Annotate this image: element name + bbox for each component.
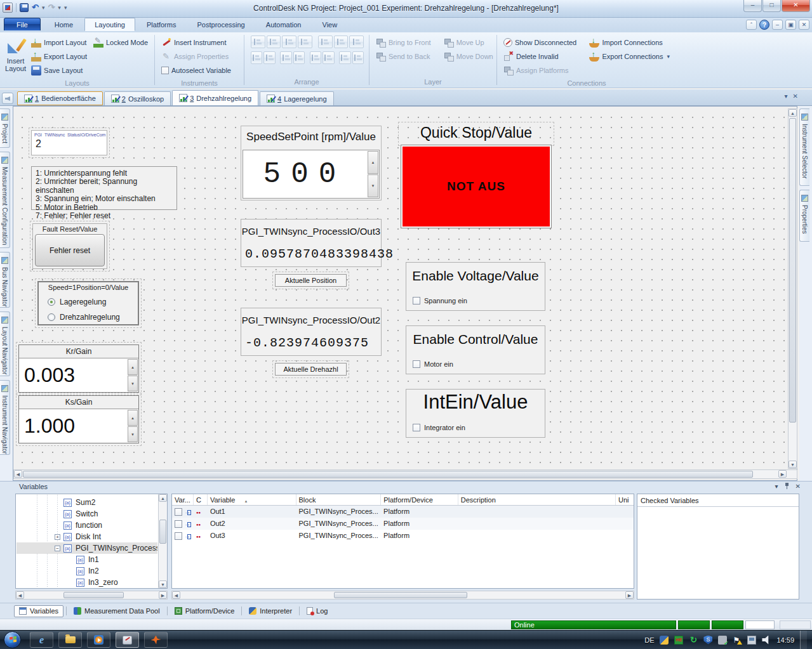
row-checkbox-icon[interactable] <box>175 520 182 528</box>
tab-list-dropdown-icon[interactable]: ▾ <box>785 93 788 100</box>
kr-gain-value[interactable]: 0.003 <box>19 358 127 392</box>
scroll-right-icon[interactable]: ▶ <box>625 591 634 599</box>
column-header-description[interactable]: Description <box>458 494 616 505</box>
undo-icon[interactable] <box>32 3 39 13</box>
scroll-left-icon[interactable]: ◀ <box>172 591 180 599</box>
he-tray-icon[interactable] <box>674 636 683 645</box>
row-checkbox-icon[interactable] <box>175 532 182 540</box>
canvas-hscrollbar[interactable]: ◀ ▶ <box>13 469 797 479</box>
assign-properties-button[interactable]: Assign Properties <box>159 49 234 63</box>
scroll-up-icon[interactable]: ▲ <box>789 109 797 117</box>
maximize-button[interactable]: □ <box>762 0 781 12</box>
tab-postprocessing[interactable]: Postprocessing <box>188 18 255 30</box>
column-header-platform-device[interactable]: Platform/Device <box>381 494 458 505</box>
checked-variables-header[interactable]: Checked Variables <box>637 494 799 507</box>
tree-item-sum2[interactable]: Sum2 <box>17 497 157 508</box>
network-icon[interactable] <box>747 636 756 645</box>
fit-to-grid-icon[interactable] <box>349 36 364 48</box>
clock[interactable]: 14:59 <box>776 636 794 644</box>
same-size-icon[interactable] <box>310 51 321 64</box>
tree-item-disk-int[interactable]: Disk Int <box>17 531 157 542</box>
distribute-vertically-icon[interactable] <box>293 51 305 64</box>
panel-menu-icon[interactable]: ▾ <box>775 483 778 490</box>
minimize-ribbon-icon[interactable]: ˆ <box>746 20 757 30</box>
center-horizontally-icon[interactable] <box>334 36 349 48</box>
out3-display[interactable]: PGI_TWINsync_ProcessIO/Out3 0.0957870483… <box>241 219 382 267</box>
child-restore-button[interactable]: ▣ <box>785 20 796 30</box>
start-button[interactable] <box>4 631 21 648</box>
column-header-c[interactable]: C <box>194 494 208 505</box>
ks-gain-value[interactable]: 1.000 <box>19 409 127 443</box>
ks-spin-down-icon[interactable]: ▼ <box>128 426 138 442</box>
sync-tray-icon[interactable] <box>689 636 698 645</box>
not-aus-button[interactable]: NOT AUS <box>401 145 552 228</box>
tree-item-in1[interactable]: In1 <box>17 554 157 565</box>
tab-layouting[interactable]: Layouting <box>84 18 135 31</box>
controldesk-app-icon[interactable] <box>3 3 13 13</box>
radio-unselected-icon[interactable] <box>48 313 55 321</box>
matlab-button[interactable] <box>144 632 168 648</box>
save-icon[interactable] <box>20 3 29 12</box>
security-shield-icon[interactable] <box>703 636 712 645</box>
group-icon[interactable] <box>339 51 350 64</box>
radio-drehzahlregelung[interactable]: Drehzahlregelung <box>48 313 138 322</box>
tab-measurement-data-pool[interactable]: Measurement Data Pool <box>69 605 164 617</box>
sidebar-tab-instrument-navigator[interactable]: Instrument Navigator <box>0 380 10 455</box>
fit-frame-icon[interactable] <box>323 51 334 64</box>
windows-explorer-button[interactable] <box>58 632 82 648</box>
column-header-unit[interactable]: Uni <box>616 494 634 505</box>
checkbox-icon[interactable] <box>413 297 420 305</box>
distribute-horizontally-icon[interactable] <box>280 51 291 64</box>
sidebar-tab-measurement-configuration[interactable]: Measurement Configuration <box>0 152 10 248</box>
tree-item-pgi-twinsync-processio[interactable]: PGI_TWINsync_ProcessI <box>17 542 157 554</box>
insert-instrument-button[interactable]: Insert Instrument <box>159 36 234 49</box>
tab-variables[interactable]: Variables <box>14 605 63 617</box>
integrator-ein-checkbox[interactable]: Integrator ein <box>413 424 465 431</box>
move-down-button[interactable]: Move Down <box>441 49 496 63</box>
pin-icon[interactable] <box>785 483 789 489</box>
sidebar-tab-instrument-selector[interactable]: Instrument Selector <box>799 108 809 186</box>
customize-qat-icon[interactable] <box>64 2 67 13</box>
motor-ein-checkbox[interactable]: Motor ein <box>413 360 453 368</box>
move-up-button[interactable]: Move Up <box>441 36 496 49</box>
table-hscroll-thumb[interactable] <box>334 592 467 598</box>
tree-item-function[interactable]: function <box>17 520 157 531</box>
export-connections-button[interactable]: Export Connections <box>587 49 672 63</box>
layout-tab-drehzahlregelung[interactable]: 3 Drehzahlregelung <box>172 90 258 105</box>
column-header-var[interactable]: Var... <box>172 494 194 505</box>
radio-lageregelung[interactable]: Lageregelung <box>48 298 138 306</box>
child-close-button[interactable]: ✕ <box>799 20 809 30</box>
scroll-down-icon[interactable]: ▼ <box>159 580 167 588</box>
speed-setpoint-value[interactable]: 500 <box>243 150 366 198</box>
controldesk-taskbar-button[interactable] <box>116 632 139 648</box>
redo-icon[interactable] <box>48 3 55 13</box>
sidebar-tab-layout-navigator[interactable]: Layout Navigator <box>0 311 10 376</box>
table-row-out1[interactable]: Out1 PGI_TWINsync_Proces... Platform <box>172 506 634 518</box>
tab-view[interactable]: View <box>313 18 347 30</box>
minimize-button[interactable]: – <box>743 0 762 12</box>
checkbox-icon[interactable] <box>413 424 420 431</box>
scroll-right-icon[interactable]: ▶ <box>159 591 167 599</box>
table-hscrollbar[interactable]: ◀ ▶ <box>171 591 634 600</box>
kr-spin-up-icon[interactable]: ▲ <box>128 359 138 375</box>
status-text-box[interactable]: 1: Umrichterspannung fehlt 2: Umrichter … <box>31 166 177 210</box>
tree-item-switch[interactable]: Switch <box>17 508 157 520</box>
sidebar-tab-project[interactable]: Project <box>0 108 10 148</box>
scroll-left-icon[interactable]: ◀ <box>14 470 22 478</box>
ungroup-icon[interactable] <box>352 51 364 64</box>
show-desktop-button[interactable] <box>800 631 807 649</box>
usb-device-icon[interactable] <box>718 636 727 645</box>
align-left-icon[interactable] <box>251 36 265 48</box>
delete-invalid-button[interactable]: Delete Invalid <box>501 49 579 63</box>
close-button[interactable]: ✕ <box>782 0 810 12</box>
tree-vscrollbar[interactable]: ▲ ▼ <box>158 494 167 588</box>
help-icon[interactable]: ? <box>759 20 769 30</box>
checkbox-icon[interactable] <box>413 360 420 368</box>
align-bottom-icon[interactable] <box>298 36 312 48</box>
tree-hscroll-thumb[interactable] <box>63 592 124 598</box>
table-row-out3[interactable]: Out3 PGI_TWINsync_Proces... Platform <box>172 530 634 542</box>
kr-spin-down-icon[interactable]: ▼ <box>128 376 138 391</box>
ks-spin-up-icon[interactable]: ▲ <box>128 410 138 426</box>
speed-spin-down-icon[interactable]: ▼ <box>368 174 378 197</box>
tab-home[interactable]: Home <box>45 18 83 30</box>
